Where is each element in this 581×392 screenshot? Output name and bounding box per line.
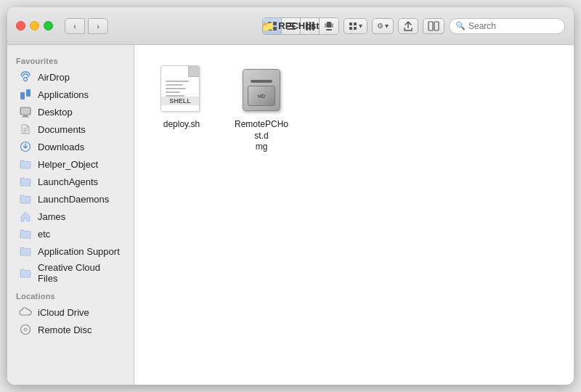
- remotepchost-dmg-label: RemotePCHost.dmg: [233, 119, 290, 153]
- application-support-folder-icon: [19, 245, 32, 258]
- share-button[interactable]: [398, 18, 418, 34]
- sidebar-item-launchagents-label: LaunchAgents: [38, 176, 98, 187]
- arrange-button[interactable]: ▾: [344, 18, 367, 34]
- sidebar-item-icloud[interactable]: iCloud Drive: [10, 303, 131, 321]
- finder-window: ‹ › 📁 RPCHost: [7, 7, 574, 385]
- sidebar-item-remote-disc-label: Remote Disc: [38, 324, 92, 335]
- nav-buttons: ‹ ›: [65, 18, 108, 34]
- sidebar-item-airdrop[interactable]: AirDrop: [10, 68, 131, 86]
- sidebar-item-creative-cloud[interactable]: Creative Cloud Files: [10, 260, 131, 286]
- sidebar-item-etc[interactable]: etc: [10, 225, 131, 242]
- remotepchost-dmg-icon-container: HD: [238, 64, 285, 116]
- sidebar-item-remote-disc[interactable]: Remote Disc: [10, 321, 131, 338]
- traffic-lights: [16, 21, 53, 30]
- launchdaemons-folder-icon: [19, 192, 32, 205]
- sidebar-item-helper-object-label: Helper_Object: [38, 159, 98, 170]
- deploy-sh-icon-container: SHELL: [158, 64, 205, 116]
- svg-rect-11: [325, 23, 327, 28]
- action-button[interactable]: ⚙ ▾: [372, 18, 394, 34]
- sidebar-item-application-support[interactable]: Application Support: [10, 242, 131, 260]
- svg-rect-23: [20, 107, 31, 115]
- sidebar-item-documents[interactable]: Documents: [10, 121, 131, 138]
- home-icon: [19, 210, 32, 223]
- sidebar-item-applications[interactable]: Applications: [10, 86, 131, 103]
- helper-object-folder-icon: [19, 158, 32, 171]
- locations-label: Locations: [7, 286, 134, 303]
- titlebar: ‹ › 📁 RPCHost: [7, 7, 574, 45]
- sidebar-item-icloud-label: iCloud Drive: [38, 307, 89, 318]
- sidebar-item-downloads-label: Downloads: [38, 142, 84, 152]
- close-button[interactable]: [16, 21, 25, 30]
- action-chevron: ▾: [385, 22, 389, 30]
- sidebar-item-creative-cloud-label: Creative Cloud Files: [38, 262, 122, 284]
- gear-icon: ⚙: [377, 22, 383, 30]
- downloads-icon: [19, 140, 32, 153]
- sidebar-item-james[interactable]: James: [10, 208, 131, 225]
- svg-rect-12: [331, 23, 333, 28]
- shell-script-icon: SHELL: [161, 65, 203, 115]
- search-box[interactable]: 🔍: [449, 18, 565, 34]
- back-button[interactable]: ‹: [65, 18, 85, 34]
- content-area: Favourites AirDrop: [7, 45, 574, 385]
- airdrop-icon: [19, 70, 32, 83]
- svg-rect-13: [326, 29, 332, 30]
- svg-point-20: [24, 78, 28, 81]
- sidebar-item-launchdaemons-label: LaunchDaemons: [38, 194, 109, 205]
- svg-rect-15: [354, 23, 357, 25]
- sidebar-item-james-label: James: [38, 211, 65, 222]
- svg-rect-19: [434, 22, 439, 30]
- creative-cloud-folder-icon: [19, 266, 32, 279]
- dmg-icon: HD: [240, 65, 283, 115]
- file-grid: SHELL deploy.sh HD: [149, 60, 559, 158]
- sidebar-item-documents-label: Documents: [38, 124, 86, 135]
- sidebar-item-applications-label: Applications: [38, 89, 89, 100]
- sidebar-item-desktop-label: Desktop: [38, 107, 73, 118]
- file-area: SHELL deploy.sh HD: [134, 45, 574, 385]
- applications-icon: [19, 88, 32, 101]
- icloud-icon: [19, 306, 32, 319]
- svg-rect-10: [327, 22, 331, 28]
- sidebar-item-helper-object[interactable]: Helper_Object: [10, 155, 131, 173]
- sidebar: Favourites AirDrop: [7, 45, 134, 385]
- svg-rect-18: [428, 22, 433, 30]
- svg-rect-22: [26, 89, 31, 97]
- favourites-label: Favourites: [7, 51, 134, 68]
- documents-icon: [19, 123, 32, 136]
- forward-button[interactable]: ›: [88, 18, 108, 34]
- sidebar-item-downloads[interactable]: Downloads: [10, 138, 131, 155]
- svg-rect-14: [349, 23, 352, 25]
- file-item-remotepchost-dmg[interactable]: HD RemotePCHost.dmg: [229, 60, 294, 158]
- sidebar-item-application-support-label: Application Support: [38, 246, 120, 257]
- file-item-deploy-sh[interactable]: SHELL deploy.sh: [149, 60, 214, 158]
- deploy-sh-label: deploy.sh: [163, 119, 200, 131]
- resize-button[interactable]: [423, 18, 444, 34]
- svg-rect-24: [23, 115, 28, 117]
- sidebar-item-desktop[interactable]: Desktop: [10, 103, 131, 121]
- sidebar-item-airdrop-label: AirDrop: [38, 72, 70, 83]
- sidebar-item-launchagents[interactable]: LaunchAgents: [10, 173, 131, 190]
- minimize-button[interactable]: [30, 21, 39, 30]
- etc-folder-icon: [19, 227, 32, 240]
- folder-icon: 📁: [261, 20, 274, 32]
- desktop-icon: [19, 105, 32, 118]
- sidebar-item-launchdaemons[interactable]: LaunchDaemons: [10, 190, 131, 208]
- window-title: 📁 RPCHost: [261, 20, 319, 32]
- sidebar-item-etc-label: etc: [38, 229, 50, 240]
- disc-icon: [19, 323, 32, 336]
- search-input[interactable]: [468, 21, 558, 31]
- svg-rect-25: [22, 117, 29, 118]
- svg-rect-16: [349, 27, 352, 30]
- arrange-chevron: ▾: [359, 22, 362, 30]
- search-icon: 🔍: [455, 21, 466, 30]
- launchagents-folder-icon: [19, 175, 32, 188]
- svg-point-31: [24, 328, 27, 331]
- svg-rect-17: [354, 27, 357, 30]
- svg-rect-21: [20, 92, 25, 99]
- coverflow-view-button[interactable]: [320, 18, 338, 34]
- maximize-button[interactable]: [44, 21, 53, 30]
